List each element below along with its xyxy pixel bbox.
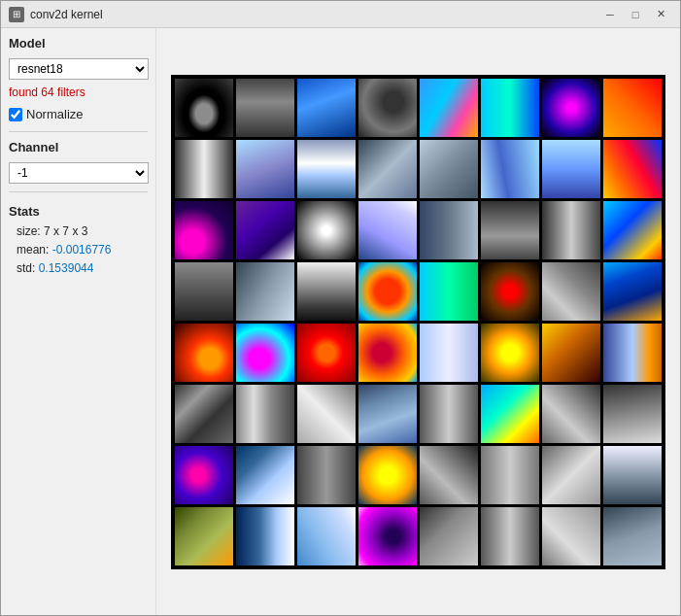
filter-cell[interactable] <box>542 507 600 565</box>
filter-cell[interactable] <box>420 385 478 443</box>
filter-cell[interactable] <box>481 140 539 198</box>
filter-cell[interactable] <box>236 79 294 137</box>
filter-cell[interactable] <box>542 140 600 198</box>
divider-1 <box>9 131 148 132</box>
filter-cell[interactable] <box>542 79 600 137</box>
std-label: std: <box>17 261 35 275</box>
filter-cell[interactable] <box>236 262 294 321</box>
size-value: 7 x 7 x 3 <box>44 224 87 238</box>
filter-cell[interactable] <box>481 262 539 321</box>
filter-cell[interactable] <box>175 79 233 137</box>
filter-cell[interactable] <box>420 446 478 504</box>
filter-cell[interactable] <box>542 201 600 259</box>
normalize-label[interactable]: Normalize <box>26 107 84 121</box>
std-value: 0.1539044 <box>39 261 94 275</box>
filter-cell[interactable] <box>236 385 294 443</box>
filter-cell[interactable] <box>297 385 356 443</box>
model-select[interactable]: resnet18 <box>9 58 149 80</box>
minimize-button[interactable]: ─ <box>598 5 622 24</box>
maximize-button[interactable]: □ <box>624 5 647 24</box>
mean-value: -0.0016776 <box>52 243 112 257</box>
filter-cell[interactable] <box>481 324 539 382</box>
stats-std: std: 0.1539044 <box>17 259 148 278</box>
filter-cell[interactable] <box>297 201 356 259</box>
filter-cell[interactable] <box>420 79 478 137</box>
filter-cell[interactable] <box>175 385 233 443</box>
stats-label: Stats <box>9 204 148 219</box>
filter-cell[interactable] <box>358 446 417 504</box>
filter-cell[interactable] <box>542 385 600 443</box>
main-window: ⊞ conv2d kernel ─ □ ✕ Model resnet18 fou… <box>0 0 681 616</box>
stats-section: Stats size: 7 x 7 x 3 mean: -0.0016776 s… <box>9 204 148 279</box>
divider-2 <box>9 191 148 192</box>
size-label: size: <box>17 224 41 238</box>
model-label: Model <box>9 36 148 51</box>
filter-cell[interactable] <box>175 507 233 565</box>
filter-cell[interactable] <box>236 324 294 382</box>
sidebar: Model resnet18 found 64 filters Normaliz… <box>1 28 156 615</box>
filter-cell[interactable] <box>175 201 233 259</box>
filter-cell[interactable] <box>297 262 356 321</box>
filter-cell[interactable] <box>175 140 233 198</box>
window-icon: ⊞ <box>9 7 24 22</box>
filter-cell[interactable] <box>420 201 478 259</box>
filter-cell[interactable] <box>358 507 417 565</box>
filter-cell[interactable] <box>358 140 417 198</box>
channel-select[interactable]: -1 0 1 2 <box>9 162 149 184</box>
filter-cell[interactable] <box>542 446 600 504</box>
normalize-checkbox[interactable] <box>9 108 22 121</box>
filter-cell[interactable] <box>236 201 294 259</box>
filter-cell[interactable] <box>481 385 539 443</box>
filter-cell[interactable] <box>236 446 294 504</box>
filter-cell[interactable] <box>603 446 662 504</box>
filter-cell[interactable] <box>420 324 478 382</box>
filter-cell[interactable] <box>481 507 539 565</box>
filter-cell[interactable] <box>481 79 539 137</box>
filter-cell[interactable] <box>297 324 356 382</box>
filter-cell[interactable] <box>603 140 662 198</box>
channel-label: Channel <box>9 140 148 154</box>
title-bar: ⊞ conv2d kernel ─ □ ✕ <box>1 1 680 28</box>
filter-cell[interactable] <box>603 324 662 382</box>
filter-cell[interactable] <box>358 262 417 321</box>
filter-grid-container <box>171 75 665 569</box>
filter-cell[interactable] <box>358 79 417 137</box>
window-controls: ─ □ ✕ <box>598 5 672 24</box>
mean-label: mean: <box>17 243 49 257</box>
filter-cell[interactable] <box>420 507 478 565</box>
filter-cell[interactable] <box>603 79 662 137</box>
close-button[interactable]: ✕ <box>649 5 672 24</box>
filter-cell[interactable] <box>297 446 356 504</box>
filter-cell[interactable] <box>358 385 417 443</box>
filter-cell[interactable] <box>175 324 233 382</box>
content-area: Model resnet18 found 64 filters Normaliz… <box>1 28 680 615</box>
filter-cell[interactable] <box>175 262 233 321</box>
filter-cell[interactable] <box>236 140 294 198</box>
window-title: conv2d kernel <box>30 8 598 21</box>
filter-cell[interactable] <box>236 507 294 565</box>
filter-cell[interactable] <box>542 324 600 382</box>
filter-cell[interactable] <box>481 201 539 259</box>
stats-size: size: 7 x 7 x 3 <box>17 222 148 241</box>
filter-cell[interactable] <box>603 507 662 565</box>
filter-cell[interactable] <box>358 324 417 382</box>
filter-cell[interactable] <box>603 262 662 321</box>
main-area <box>156 28 680 615</box>
stats-mean: mean: -0.0016776 <box>17 241 148 259</box>
filter-cell[interactable] <box>542 262 600 321</box>
filter-cell[interactable] <box>603 201 662 259</box>
filter-cell[interactable] <box>603 385 662 443</box>
filter-cell[interactable] <box>481 446 539 504</box>
filter-cell[interactable] <box>420 262 478 321</box>
found-filters-text: found 64 filters <box>9 86 148 99</box>
filter-cell[interactable] <box>297 79 356 137</box>
normalize-row: Normalize <box>9 107 148 121</box>
filter-cell[interactable] <box>175 446 233 504</box>
filter-cell[interactable] <box>420 140 478 198</box>
filter-cell[interactable] <box>297 140 356 198</box>
filter-cell[interactable] <box>358 201 417 259</box>
filter-grid <box>175 79 662 565</box>
filter-cell[interactable] <box>297 507 356 565</box>
